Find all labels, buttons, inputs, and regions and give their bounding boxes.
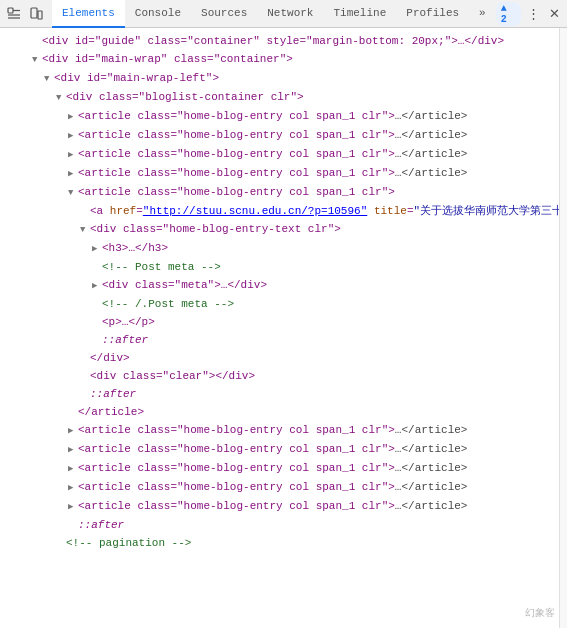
device-toggle-button[interactable] <box>26 4 46 24</box>
tree-triangle[interactable] <box>68 461 78 477</box>
dom-line[interactable]: <div id="main-wrap-left"> <box>0 69 559 88</box>
tree-triangle[interactable] <box>80 222 90 238</box>
svg-rect-4 <box>31 8 37 18</box>
tree-triangle[interactable] <box>92 241 102 257</box>
tree-triangle[interactable] <box>44 71 54 87</box>
dom-line[interactable]: <div class="clear"></div> <box>0 367 559 385</box>
dom-line[interactable]: ::after <box>0 385 559 403</box>
dom-line[interactable]: <div class="home-blog-entry-text clr"> <box>0 220 559 239</box>
dom-line[interactable]: <article class="home-blog-entry col span… <box>0 164 559 183</box>
dom-line[interactable]: <!-- pagination --> <box>0 534 559 552</box>
tree-triangle[interactable] <box>68 499 78 515</box>
right-panel <box>559 28 567 628</box>
tab-more[interactable]: » <box>469 0 496 28</box>
tab-network[interactable]: Network <box>257 0 323 28</box>
dom-line[interactable]: <a href="http://stuu.scnu.edu.cn/?p=1059… <box>0 202 559 220</box>
tab-sources[interactable]: Sources <box>191 0 257 28</box>
dom-line[interactable]: <article class="home-blog-entry col span… <box>0 497 559 516</box>
tree-triangle[interactable] <box>68 109 78 125</box>
dom-line[interactable]: <div id="guide" class="container" style=… <box>0 32 559 50</box>
dom-line[interactable]: <article class="home-blog-entry col span… <box>0 126 559 145</box>
dom-line[interactable]: <article class="home-blog-entry col span… <box>0 478 559 497</box>
tree-triangle[interactable] <box>68 147 78 163</box>
dom-line[interactable]: <article class="home-blog-entry col span… <box>0 440 559 459</box>
tree-triangle[interactable] <box>68 480 78 496</box>
main-area: <div id="guide" class="container" style=… <box>0 28 567 628</box>
tree-triangle[interactable] <box>68 166 78 182</box>
watermark: 幻象客 <box>525 606 555 620</box>
dom-line[interactable]: <!-- /.Post meta --> <box>0 295 559 313</box>
tree-triangle[interactable] <box>68 423 78 439</box>
tree-triangle[interactable] <box>68 185 78 201</box>
error-badge[interactable]: ▲ 2 <box>496 2 521 26</box>
toolbar-icon-group <box>4 4 46 24</box>
dom-line[interactable]: <article class="home-blog-entry col span… <box>0 459 559 478</box>
tree-triangle[interactable] <box>56 90 66 106</box>
dom-line[interactable]: </article> <box>0 403 559 421</box>
tree-triangle[interactable] <box>32 52 42 68</box>
dom-line[interactable]: <h3>…</h3> <box>0 239 559 258</box>
tree-triangle[interactable] <box>68 128 78 144</box>
dom-line[interactable]: ::after <box>0 516 559 534</box>
tabs-container: Elements Console Sources Network Timelin… <box>52 0 496 28</box>
dom-line[interactable]: <div id="main-wrap" class="container"> <box>0 50 559 69</box>
dom-line[interactable]: <p>…</p> <box>0 313 559 331</box>
dom-line[interactable]: <div class="bloglist-container clr"> <box>0 88 559 107</box>
tab-console[interactable]: Console <box>125 0 191 28</box>
dom-line[interactable]: <article class="home-blog-entry col span… <box>0 145 559 164</box>
dom-line[interactable]: <article class="home-blog-entry col span… <box>0 421 559 440</box>
tab-profiles[interactable]: Profiles <box>396 0 469 28</box>
dom-line[interactable]: <div class="meta">…</div> <box>0 276 559 295</box>
dom-line[interactable]: </div> <box>0 349 559 367</box>
dom-line[interactable]: <article class="home-blog-entry col span… <box>0 107 559 126</box>
dom-line[interactable]: ::after <box>0 331 559 349</box>
dom-line[interactable]: <!-- Post meta --> <box>0 258 559 276</box>
svg-rect-5 <box>38 11 42 19</box>
tree-triangle[interactable] <box>92 278 102 294</box>
tree-triangle[interactable] <box>68 442 78 458</box>
close-button[interactable]: ✕ <box>546 4 563 24</box>
inspect-element-button[interactable] <box>4 4 24 24</box>
dom-line[interactable]: <article class="home-blog-entry col span… <box>0 183 559 202</box>
tab-timeline[interactable]: Timeline <box>323 0 396 28</box>
dom-panel[interactable]: <div id="guide" class="container" style=… <box>0 28 559 628</box>
menu-button[interactable]: ⋮ <box>525 4 542 24</box>
toolbar-right-controls: ▲ 2 ⋮ ✕ <box>496 2 563 26</box>
tab-elements[interactable]: Elements <box>52 0 125 28</box>
svg-rect-0 <box>8 8 13 13</box>
devtools-toolbar: Elements Console Sources Network Timelin… <box>0 0 567 28</box>
